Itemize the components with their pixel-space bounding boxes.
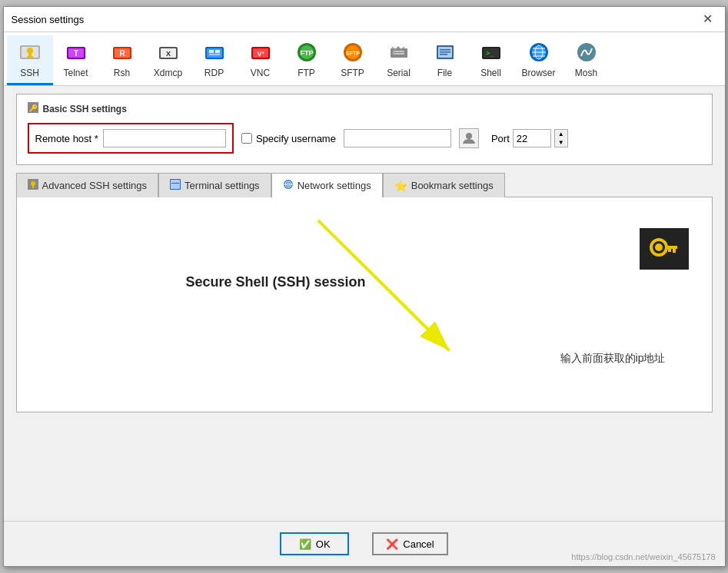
remote-host-box: Remote host * (28, 123, 234, 154)
protocol-item-shell[interactable]: >_ Shell (468, 35, 514, 85)
bookmark-tab-icon: ⭐ (394, 180, 407, 192)
telnet-icon: T (64, 40, 88, 65)
ok-button[interactable]: ✅ OK (280, 532, 349, 555)
port-up-button[interactable]: ▲ (555, 130, 567, 138)
basic-ssh-section: 🔑 Basic SSH settings Remote host * Speci… (16, 94, 713, 165)
tab-advanced-ssh[interactable]: Advanced SSH settings (16, 173, 159, 197)
sub-tabs-container: Advanced SSH settings Terminal settings (16, 173, 713, 412)
file-icon (433, 40, 457, 65)
tab-network[interactable]: Network settings (271, 173, 383, 197)
svg-point-62 (655, 243, 663, 251)
specify-username-checkbox-label[interactable]: Specify username (241, 133, 336, 144)
xdmcp-label: Xdmcp (154, 68, 182, 78)
watermark: https://blog.csdn.net/weixin_45675178 (571, 552, 715, 561)
dialog-title: Session settings (12, 14, 85, 25)
key-icon-box (640, 228, 689, 270)
ssh-label: SSH (20, 68, 39, 78)
network-tab-icon (283, 179, 294, 192)
svg-point-2 (27, 48, 33, 54)
svg-text:>_: >_ (486, 49, 494, 57)
svg-point-50 (466, 133, 472, 139)
mosh-icon (574, 40, 599, 65)
svg-rect-35 (440, 49, 450, 51)
sftp-icon: SFTP (341, 40, 365, 65)
svg-rect-63 (665, 246, 677, 249)
svg-rect-56 (171, 183, 179, 184)
svg-point-32 (392, 53, 394, 55)
svg-rect-18 (209, 54, 220, 55)
title-bar: Session settings ✕ (4, 7, 725, 32)
ssh-icon (18, 40, 42, 65)
protocol-item-rsh[interactable]: R Rsh (99, 35, 145, 85)
protocol-item-telnet[interactable]: T Telnet (53, 35, 99, 85)
section-label: Basic SSH settings (43, 104, 127, 114)
protocol-item-vnc[interactable]: V² VNC (238, 35, 284, 85)
tab-terminal[interactable]: Terminal settings (158, 173, 271, 197)
tab-bar: Advanced SSH settings Terminal settings (16, 173, 713, 197)
protocol-item-mosh[interactable]: Mosh (563, 35, 610, 85)
svg-text:X: X (165, 50, 170, 58)
svg-text:V²: V² (257, 50, 264, 58)
browser-icon (527, 40, 551, 65)
svg-text:🔑: 🔑 (28, 104, 38, 113)
protocol-item-rdp[interactable]: RDP (191, 35, 238, 85)
session-settings-dialog: Session settings ✕ SSH (3, 6, 726, 567)
network-tab-label: Network settings (298, 180, 371, 191)
shell-icon: >_ (479, 40, 504, 65)
tab-bookmark[interactable]: ⭐ Bookmark settings (383, 173, 505, 197)
sftp-label: SFTP (341, 68, 364, 78)
advanced-ssh-tab-label: Advanced SSH settings (42, 180, 148, 191)
svg-rect-17 (215, 50, 220, 53)
protocol-item-serial[interactable]: Serial (376, 35, 422, 85)
serial-icon (387, 40, 411, 65)
svg-text:SFTP: SFTP (346, 51, 360, 56)
rdp-icon (202, 40, 227, 65)
protocol-bar: SSH T Telnet R Rsh (4, 32, 725, 86)
svg-text:T: T (73, 49, 78, 58)
svg-rect-64 (673, 249, 676, 253)
protocol-item-xdmcp[interactable]: X Xdmcp (145, 35, 191, 85)
svg-rect-55 (171, 180, 180, 189)
ftp-icon: FTP (294, 40, 319, 65)
port-down-button[interactable]: ▼ (555, 138, 567, 147)
cancel-icon: ❌ (386, 538, 398, 550)
protocol-item-ssh[interactable]: SSH (7, 35, 53, 85)
ok-label: OK (316, 538, 331, 550)
cancel-label: Cancel (403, 538, 434, 550)
annotation-arrow (17, 197, 712, 412)
advanced-ssh-tab-icon (28, 179, 38, 192)
svg-rect-16 (209, 50, 214, 53)
protocol-item-sftp[interactable]: SFTP SFTP (330, 35, 376, 85)
port-input[interactable] (513, 129, 551, 147)
terminal-tab-icon (170, 179, 181, 192)
specify-username-label: Specify username (256, 133, 336, 144)
section-icon: 🔑 (28, 102, 38, 115)
close-button[interactable]: ✕ (698, 12, 717, 27)
port-label: Port (491, 133, 510, 144)
rdp-label: RDP (204, 68, 224, 78)
mosh-label: Mosh (575, 68, 597, 78)
specify-username-checkbox[interactable] (241, 133, 252, 144)
tab-content-area: Secure Shell (SSH) session (16, 197, 713, 412)
username-input[interactable] (344, 129, 451, 147)
protocol-item-ftp[interactable]: FTP FTP (284, 35, 330, 85)
serial-label: Serial (387, 68, 411, 78)
cn-annotation-text: 输入前面获取的ip地址 (560, 352, 666, 366)
cancel-button[interactable]: ❌ Cancel (372, 532, 447, 555)
protocol-item-browser[interactable]: Browser (514, 35, 563, 85)
svg-text:R: R (119, 49, 125, 58)
rsh-icon: R (110, 40, 135, 65)
remote-host-input[interactable] (103, 129, 226, 147)
protocol-item-file[interactable]: File (422, 35, 468, 85)
ftp-label: FTP (298, 68, 315, 78)
svg-rect-4 (27, 56, 33, 58)
user-icon-button[interactable] (459, 128, 479, 148)
svg-rect-36 (440, 51, 450, 53)
key-image (645, 234, 683, 264)
svg-rect-65 (668, 249, 671, 252)
terminal-tab-label: Terminal settings (184, 180, 260, 191)
svg-text:FTP: FTP (300, 49, 313, 57)
main-content: 🔑 Basic SSH settings Remote host * Speci… (4, 86, 725, 521)
section-title: 🔑 Basic SSH settings (28, 102, 701, 115)
svg-point-52 (31, 181, 35, 186)
